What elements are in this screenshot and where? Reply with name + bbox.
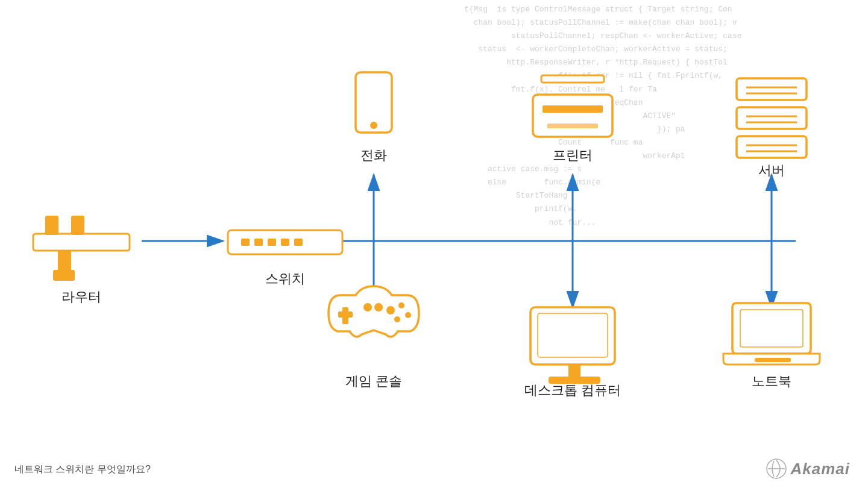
phone-label: 전화 (360, 148, 387, 163)
svg-rect-7 (33, 234, 130, 251)
svg-rect-15 (268, 239, 276, 246)
svg-point-19 (370, 122, 377, 129)
svg-rect-10 (58, 251, 71, 272)
svg-rect-14 (254, 239, 263, 246)
svg-rect-27 (737, 107, 807, 129)
svg-rect-34 (338, 311, 353, 318)
svg-point-37 (394, 316, 400, 322)
switch-label: 스위치 (265, 271, 305, 286)
svg-rect-30 (737, 136, 807, 158)
svg-point-35 (386, 306, 395, 314)
akamai-text: Akamai (791, 460, 851, 478)
svg-point-36 (398, 302, 404, 308)
svg-rect-22 (542, 105, 603, 113)
svg-rect-42 (538, 313, 608, 357)
bottom-question: 네트워크 스위치란 무엇일까요? (14, 463, 151, 476)
router-label: 라우터 (61, 289, 101, 304)
svg-rect-24 (737, 78, 807, 100)
svg-rect-43 (568, 364, 580, 378)
svg-rect-23 (547, 124, 598, 128)
desktop-label: 데스크톱 컴퓨터 (524, 383, 621, 398)
svg-rect-8 (45, 216, 58, 235)
svg-rect-21 (533, 95, 612, 137)
akamai-logo: Akamai (766, 458, 851, 480)
svg-rect-16 (281, 239, 289, 246)
svg-point-38 (405, 312, 411, 318)
svg-rect-20 (541, 75, 604, 83)
akamai-icon (766, 458, 787, 480)
svg-rect-11 (53, 270, 75, 281)
svg-rect-13 (241, 239, 250, 246)
svg-rect-17 (294, 239, 303, 246)
svg-rect-46 (755, 358, 791, 362)
svg-rect-9 (71, 216, 84, 235)
game-console-label: 게임 콘솔 (345, 374, 402, 389)
server-label: 서버 (758, 163, 785, 178)
svg-rect-45 (740, 310, 803, 347)
printer-label: 프린터 (553, 148, 593, 163)
laptop-label: 노트북 (752, 374, 791, 389)
svg-point-40 (374, 303, 383, 311)
svg-point-39 (363, 303, 372, 311)
